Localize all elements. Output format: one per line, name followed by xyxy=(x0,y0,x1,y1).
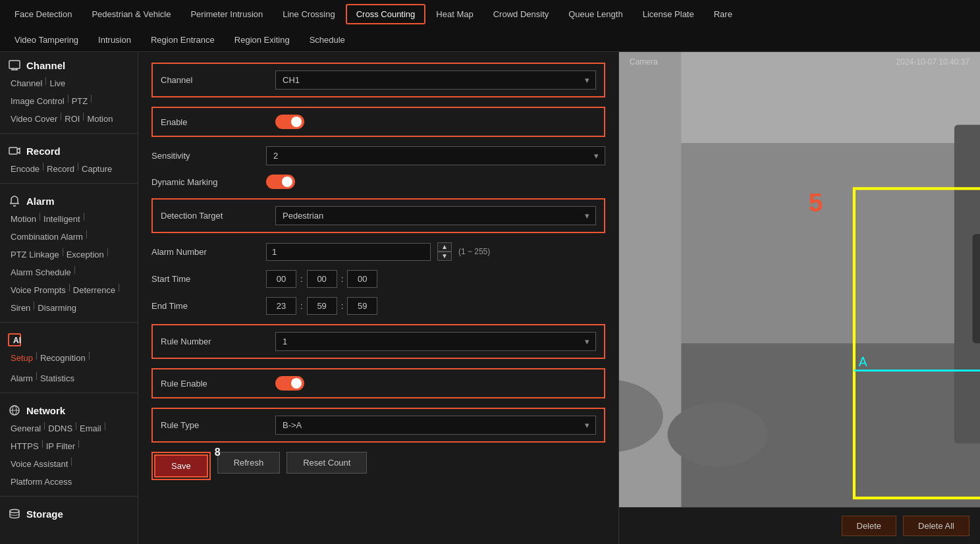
divider xyxy=(86,231,87,238)
detection-target-select-wrapper: PedestrianVehiclePerson & Vehicle xyxy=(275,206,596,225)
divider xyxy=(69,284,70,292)
alarm-number-up[interactable]: ▲ xyxy=(437,242,452,252)
rule-number-group: Rule Number 123 4 xyxy=(151,324,605,359)
save-button[interactable]: Save xyxy=(154,454,208,477)
sidebar-link-live[interactable]: Live xyxy=(49,77,65,90)
sidebar-link-https[interactable]: HTTPS xyxy=(11,440,39,452)
sidebar-link-channel[interactable]: Channel xyxy=(11,77,42,90)
sidebar-link-motion-alarm[interactable]: Motion xyxy=(11,213,36,225)
sidebar-link-ddns[interactable]: DDNS xyxy=(48,422,72,435)
alarm-number-down[interactable]: ▼ xyxy=(437,252,452,261)
end-time-hour[interactable]: 23 xyxy=(266,297,296,315)
end-time-label: End Time xyxy=(151,301,257,311)
nav-cross-counting[interactable]: Cross Counting xyxy=(346,4,426,24)
end-time-min[interactable]: 59 xyxy=(307,297,337,315)
alarm-number-spinners: ▲ ▼ xyxy=(437,242,452,261)
sidebar-link-combination-alarm[interactable]: Combination Alarm xyxy=(11,231,83,243)
nav-rare[interactable]: Rare xyxy=(705,5,742,23)
time-sep-4: : xyxy=(341,301,344,311)
svg-text:A: A xyxy=(859,354,867,369)
sidebar-link-voice-prompts[interactable]: Voice Prompts xyxy=(11,284,66,296)
nav-line-crossing[interactable]: Line Crossing xyxy=(273,5,344,23)
nav-intrusion[interactable]: Intrusion xyxy=(89,31,140,49)
delete-button[interactable]: Delete xyxy=(842,516,897,536)
start-time-wrap: 00 : 00 : 00 xyxy=(266,270,605,288)
rule-enable-highlight: Rule Enable xyxy=(151,368,605,398)
rule-type-highlight: Rule Type A->BB->AA<->B xyxy=(151,408,605,443)
alarm-number-input[interactable] xyxy=(266,243,431,261)
sidebar-link-motion[interactable]: Motion xyxy=(87,113,113,125)
nav-queue-length[interactable]: Queue Length xyxy=(559,5,632,23)
divider xyxy=(107,248,108,256)
rule-number-select-wrapper: 123 xyxy=(275,332,596,351)
sidebar-alarm-section: Alarm Motion Intelligent Combination Ala… xyxy=(0,188,138,318)
rule-type-select[interactable]: A->BB->AA<->B xyxy=(275,416,596,435)
divider xyxy=(42,440,43,448)
rule-number-label: Rule Number xyxy=(161,337,266,346)
nav-video-tampering[interactable]: Video Tampering xyxy=(5,31,88,49)
nav-schedule[interactable]: Schedule xyxy=(300,31,354,49)
nav-perimeter-intrusion[interactable]: Perimeter Intrusion xyxy=(181,5,272,23)
rule-type-select-wrapper: A->BB->AA<->B xyxy=(275,416,596,435)
sidebar-link-voice-assistant[interactable]: Voice Assistant xyxy=(11,458,68,470)
sidebar-link-ai-setup[interactable]: Setup xyxy=(11,352,33,364)
sidebar-link-deterrence[interactable]: Deterrence xyxy=(73,284,115,296)
rule-number-select[interactable]: 123 xyxy=(275,332,596,351)
nav-crowd-density[interactable]: Crowd Density xyxy=(484,5,558,23)
delete-all-button[interactable]: Delete All xyxy=(903,516,969,536)
rule-enable-toggle[interactable] xyxy=(275,376,304,391)
channel-select[interactable]: CH1CH2CH3CH4 xyxy=(275,70,596,90)
sidebar-alarm-header: Alarm xyxy=(8,194,130,207)
sidebar-link-ptz[interactable]: PTZ xyxy=(72,95,88,107)
nav-pedestrian-vehicle[interactable]: Pedestrian & Vehicle xyxy=(82,5,180,23)
dynamic-marking-label: Dynamic Marking xyxy=(151,177,257,187)
dynamic-marking-toggle[interactable] xyxy=(266,175,295,189)
spacer xyxy=(11,227,130,229)
sidebar-link-exception[interactable]: Exception xyxy=(67,248,104,261)
sidebar-link-platform-access[interactable]: Platform Access xyxy=(11,476,72,488)
sidebar-link-video-cover[interactable]: Video Cover xyxy=(11,113,57,125)
start-time-min[interactable]: 00 xyxy=(307,270,337,288)
sidebar-link-alarm-schedule[interactable]: Alarm Schedule xyxy=(11,266,71,279)
sidebar-link-capture[interactable]: Capture xyxy=(82,163,112,175)
sidebar-link-ip-filter[interactable]: IP Filter xyxy=(46,440,76,452)
detection-target-select[interactable]: PedestrianVehiclePerson & Vehicle xyxy=(275,206,596,225)
sidebar-link-ai-alarm[interactable]: Alarm xyxy=(11,372,33,385)
sidebar-link-disarming[interactable]: Disarming xyxy=(38,302,76,314)
start-time-hour[interactable]: 00 xyxy=(266,270,296,288)
sidebar-link-image-control[interactable]: Image Control xyxy=(11,95,65,107)
sidebar-link-record[interactable]: Record xyxy=(47,163,74,175)
enable-toggle[interactable] xyxy=(275,115,304,129)
sidebar-link-email[interactable]: Email xyxy=(80,422,101,435)
sidebar-link-siren[interactable]: Siren xyxy=(11,302,30,314)
divider xyxy=(84,213,84,221)
sidebar-link-ai-recognition[interactable]: Recognition xyxy=(40,352,86,364)
step8-label: 8 xyxy=(215,447,221,458)
nav-region-entrance[interactable]: Region Entrance xyxy=(142,31,224,49)
divider xyxy=(44,422,45,430)
sensitivity-input-wrap: 12345 xyxy=(266,146,605,165)
alarm-number-range: (1 ~ 255) xyxy=(458,247,490,256)
sidebar-link-ptz-linkage[interactable]: PTZ Linkage xyxy=(11,248,59,261)
sidebar-link-encode[interactable]: Encode xyxy=(11,163,40,175)
nav-region-exiting[interactable]: Region Exiting xyxy=(225,31,299,49)
nav-license-plate[interactable]: License Plate xyxy=(634,5,703,23)
divider xyxy=(40,213,40,221)
enable-slider xyxy=(275,115,304,129)
reset-count-button[interactable]: Reset Count xyxy=(286,452,367,474)
sidebar-link-ai-statistics[interactable]: Statistics xyxy=(40,372,74,385)
sidebar-link-intelligent[interactable]: Intelligent xyxy=(43,213,80,225)
sidebar-link-roi[interactable]: ROI xyxy=(65,113,80,125)
nav-face-detection[interactable]: Face Detection xyxy=(5,5,81,23)
end-time-sec[interactable]: 59 xyxy=(347,297,377,315)
nav-heat-map[interactable]: Heat Map xyxy=(427,5,482,23)
divider-end xyxy=(11,109,130,111)
sensitivity-select[interactable]: 12345 xyxy=(266,146,605,165)
divider xyxy=(91,95,92,103)
channel-highlight-box: Channel CH1CH2CH3CH4 xyxy=(151,63,605,97)
camera-btn-row: Delete Delete All xyxy=(619,507,980,544)
start-time-sec[interactable]: 00 xyxy=(347,270,377,288)
refresh-button[interactable]: Refresh xyxy=(217,452,281,474)
sidebar-link-general[interactable]: General xyxy=(11,422,41,435)
dynamic-marking-slider xyxy=(266,175,295,189)
